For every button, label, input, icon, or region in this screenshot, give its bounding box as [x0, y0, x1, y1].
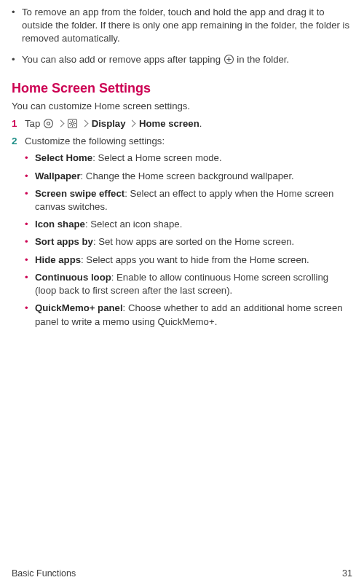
setting-name: Wallpaper — [35, 170, 81, 181]
bullet-text-suffix: in the folder. — [234, 54, 290, 65]
list-item: Icon shape: Select an icon shape. — [25, 218, 352, 231]
step-2: 2 Customize the following settings: Sele… — [12, 135, 352, 329]
section-heading: Home Screen Settings — [12, 79, 352, 98]
list-item: QuickMemo+ panel: Choose whether to add … — [25, 302, 352, 328]
period: . — [199, 118, 202, 129]
setting-desc: : Change the Home screen background wall… — [81, 170, 294, 181]
list-item: You can also add or remove apps after ta… — [12, 53, 352, 66]
setting-name: Continuous loop — [35, 272, 111, 283]
setting-desc: : Select a Home screen mode. — [92, 152, 221, 163]
step-2-text: Customize the following settings: — [25, 136, 165, 146]
home-screen-label: Home screen — [139, 118, 199, 129]
plus-circle-icon — [223, 54, 234, 65]
list-item: To remove an app from the folder, touch … — [12, 6, 352, 46]
step-number: 1 — [12, 117, 17, 131]
chevron-right-icon — [82, 119, 89, 127]
bullet-text: To remove an app from the folder, touch … — [22, 7, 349, 44]
setting-name: Select Home — [35, 152, 92, 163]
bullet-text-prefix: You can also add or remove apps after ta… — [22, 54, 223, 65]
tap-label: Tap — [25, 118, 43, 129]
svg-line-11 — [71, 121, 71, 122]
svg-point-6 — [71, 122, 74, 125]
svg-line-13 — [71, 125, 71, 125]
setting-desc: : Select an icon shape. — [85, 219, 182, 230]
page-footer: Basic Functions 31 — [12, 568, 352, 580]
home-circle-icon — [43, 118, 54, 129]
intro-bullet-list: To remove an app from the folder, touch … — [12, 6, 352, 66]
chevron-right-icon — [129, 119, 136, 127]
steps-list: 1 Tap Display Home screen. 2 Customize t… — [12, 117, 352, 329]
svg-line-14 — [74, 121, 75, 122]
svg-point-3 — [44, 119, 52, 128]
setting-name: QuickMemo+ panel — [35, 302, 123, 313]
list-item: Select Home: Select a Home screen mode. — [25, 152, 352, 165]
setting-name: Hide apps — [35, 254, 81, 265]
list-item: Continuous loop: Enable to allow continu… — [25, 271, 352, 297]
setting-name: Icon shape — [35, 219, 85, 230]
list-item: Sort apps by: Set how apps are sorted on… — [25, 235, 352, 248]
list-item: Hide apps: Select apps you want to hide … — [25, 254, 352, 267]
setting-desc: : Set how apps are sorted on the Home sc… — [93, 236, 294, 247]
chevron-right-icon — [57, 119, 64, 127]
section-subtitle: You can customize Home screen settings. — [12, 100, 352, 113]
svg-point-4 — [47, 122, 50, 125]
setting-name: Sort apps by — [35, 236, 93, 247]
setting-desc: : Select apps you want to hide from the … — [81, 254, 309, 265]
settings-square-icon — [67, 118, 78, 129]
list-item: Screen swipe effect: Select an effect to… — [25, 187, 352, 213]
footer-section-name: Basic Functions — [12, 568, 76, 580]
step-1: 1 Tap Display Home screen. — [12, 117, 352, 130]
settings-list: Select Home: Select a Home screen mode. … — [25, 152, 352, 328]
setting-name: Screen swipe effect — [35, 188, 124, 199]
footer-page-number: 31 — [342, 568, 352, 580]
svg-line-12 — [74, 125, 75, 125]
display-label: Display — [92, 118, 126, 129]
step-number: 2 — [12, 135, 17, 149]
list-item: Wallpaper: Change the Home screen backgr… — [25, 170, 352, 183]
